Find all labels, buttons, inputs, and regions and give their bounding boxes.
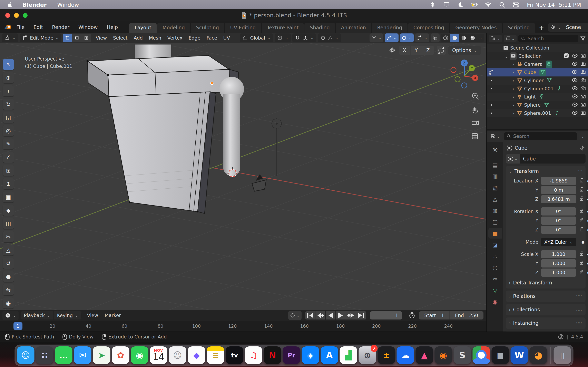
dock-photos[interactable]: ✿ [112, 346, 130, 364]
properties-tab-physics[interactable]: ◷ [488, 262, 502, 273]
properties-search-input[interactable]: Search [504, 132, 577, 140]
menu-edit[interactable]: Edit [29, 23, 47, 32]
tab-animation[interactable]: Animation [336, 23, 371, 33]
dnd-moon-icon[interactable] [457, 1, 464, 8]
ruler-frame-100[interactable]: 100 [192, 324, 201, 329]
expand-chevron-icon[interactable]: › [510, 61, 517, 67]
animate-dot[interactable]: ● [587, 252, 588, 256]
rendered-shading-icon[interactable] [468, 34, 477, 42]
lock-toggle[interactable] [579, 217, 585, 224]
dock-music[interactable]: ♫ [245, 346, 262, 364]
disable-render-toggle[interactable] [580, 61, 586, 68]
orientation-dropdown[interactable]: Global ⌄ [240, 33, 273, 42]
properties-tab-collection[interactable]: ▢ [488, 217, 502, 227]
spotlight-icon[interactable] [499, 1, 505, 8]
value-field-z[interactable]: 1.000 [541, 268, 576, 277]
dock-blender[interactable]: ◕ [530, 346, 547, 364]
tab-texture-paint[interactable]: Texture Paint [262, 23, 304, 33]
snapping-dropdown[interactable]: ⌄ [292, 33, 316, 42]
dock-keynote[interactable]: ◈ [302, 346, 319, 364]
tab-compositing[interactable]: Compositing [408, 23, 449, 33]
panel-collections[interactable]: ›Collections∷∷ [506, 304, 586, 315]
mirror-icon[interactable] [389, 47, 396, 54]
face-select-icon[interactable] [82, 34, 91, 42]
dock-launchpad[interactable]: ∷ [36, 346, 53, 364]
apple-menu-icon[interactable] [7, 2, 13, 8]
material-shading-icon[interactable] [459, 34, 468, 42]
value-field-z[interactable]: 8.6481 m [541, 195, 576, 203]
collapse-chevron-icon[interactable]: ⌄ [509, 169, 512, 174]
display-icon[interactable] [443, 1, 450, 8]
expand-chevron-icon[interactable]: › [510, 69, 517, 75]
tool-bevel[interactable]: ◆ [3, 205, 14, 216]
lock-toggle[interactable] [579, 260, 585, 267]
value-field-rotation-x[interactable]: 0° [541, 207, 576, 216]
hide-viewport-toggle[interactable] [572, 101, 578, 109]
animate-dot[interactable]: ● [587, 271, 588, 275]
panel-relations[interactable]: ›Relations∷∷ [506, 291, 586, 302]
value-field-y[interactable]: 0° [541, 217, 576, 225]
properties-tab-particles[interactable]: ∴ [488, 251, 502, 261]
lock-toggle[interactable] [579, 196, 585, 202]
ruler-frame-160[interactable]: 160 [300, 324, 309, 329]
timeline-editor-type-button[interactable]: ⌄ [2, 311, 18, 320]
lock-toggle[interactable] [579, 226, 585, 233]
dock-facetime[interactable]: ◉ [131, 346, 148, 364]
control-center-icon[interactable] [513, 1, 519, 8]
timeline-menu-view[interactable]: View [84, 311, 102, 319]
properties-tab-modifiers[interactable]: ◪ [488, 239, 502, 250]
animate-dot[interactable]: ● [587, 179, 588, 183]
options-dropdown[interactable]: Options ⌄ [448, 46, 481, 55]
hide-viewport-toggle[interactable] [572, 77, 578, 84]
animate-dot[interactable]: ● [581, 240, 585, 244]
tool-add-cube[interactable]: ⊞ [3, 165, 14, 176]
tool-cursor[interactable]: ⊕ [3, 72, 14, 83]
value-field-y[interactable]: 1.000 [541, 259, 576, 267]
tool-scale[interactable]: ◱ [3, 112, 14, 123]
tool-measure[interactable]: ∠ [3, 152, 14, 163]
overlays-toggle[interactable]: ⌄ [400, 33, 414, 42]
playhead[interactable]: 1 [13, 322, 22, 330]
disable-render-toggle[interactable] [580, 85, 586, 92]
tab-sculpting[interactable]: Sculpting [191, 23, 224, 33]
properties-tab-world[interactable]: ◍ [488, 205, 502, 216]
dock-chrome[interactable] [473, 346, 490, 364]
ruler-frame-220[interactable]: 220 [408, 324, 417, 329]
properties-editor-type-button[interactable]: ⌄ [489, 132, 502, 140]
end-frame-field[interactable]: End250 [450, 311, 484, 319]
lock-toggle[interactable] [579, 178, 585, 184]
viewport-menu-view[interactable]: View [93, 34, 110, 42]
bluetooth-icon[interactable] [429, 1, 436, 8]
prev-keyframe-button[interactable] [315, 311, 325, 319]
jump-end-button[interactable] [356, 311, 366, 319]
tool-rotate[interactable]: ↻ [3, 99, 14, 110]
visibility-dropdown[interactable]: ⌄ [370, 33, 383, 42]
include-checkbox[interactable] [563, 53, 569, 59]
dock-maps[interactable]: ➤ [93, 346, 111, 364]
disable-render-toggle[interactable] [580, 94, 586, 100]
dock-cloud[interactable]: ☁ [397, 346, 414, 364]
panel-motion-paths[interactable]: ›Motion Paths∷∷ [506, 331, 586, 332]
solid-shading-icon[interactable] [450, 34, 459, 42]
tool-shrink-fatten[interactable]: ◉ [3, 298, 14, 309]
tab-shading[interactable]: Shading [304, 23, 335, 33]
tool-smooth[interactable]: ● [3, 271, 14, 282]
hide-viewport-toggle[interactable] [572, 85, 578, 92]
hide-viewport-toggle[interactable] [572, 93, 578, 100]
panel-instancing[interactable]: ›Instancing∷∷ [506, 317, 586, 329]
dock-calculator[interactable]: ± [378, 346, 395, 364]
menu-file[interactable]: File [12, 23, 29, 32]
viewport-menu-select[interactable]: Select [110, 34, 131, 42]
object-name-input[interactable]: Cube [520, 154, 586, 164]
xray-toggle[interactable] [431, 33, 440, 42]
timeline-menu-keying[interactable]: Keying⌄ [54, 311, 82, 319]
tab-uv-editing[interactable]: UV Editing [225, 23, 261, 33]
dock-finder[interactable]: ☺ [17, 346, 35, 364]
animate-dot[interactable]: ● [587, 261, 588, 266]
dock-netflix[interactable]: N [264, 346, 281, 364]
animate-dot[interactable]: ● [587, 209, 588, 213]
dock-contacts[interactable]: ☺ [169, 346, 186, 364]
animate-dot[interactable]: ● [587, 228, 588, 232]
mode-dropdown[interactable]: Edit Mode ⌄ [20, 33, 61, 42]
scene-name[interactable]: Scene [563, 23, 588, 32]
